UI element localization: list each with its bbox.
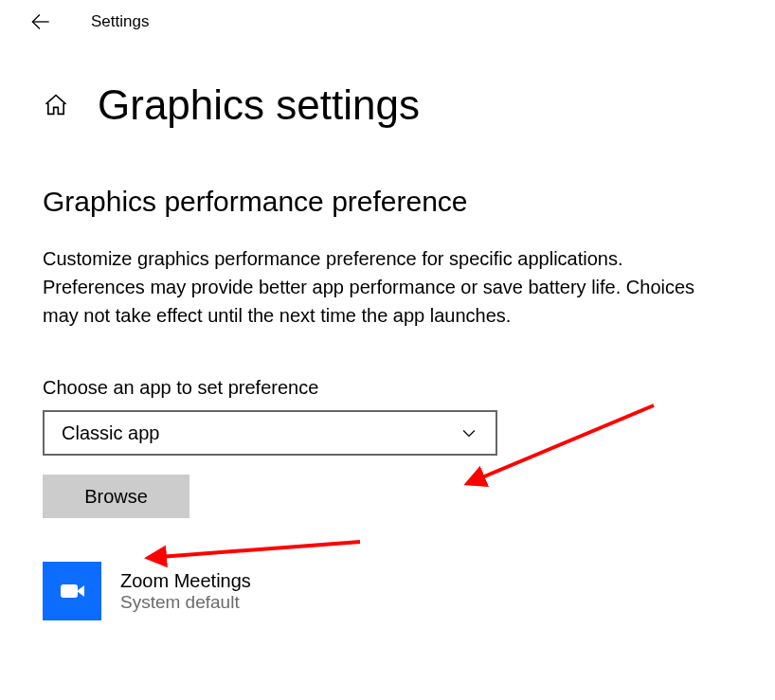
page-header: Graphics settings [0, 44, 775, 129]
app-item-zoom[interactable]: Zoom Meetings System default [43, 562, 732, 620]
app-status: System default [120, 592, 251, 613]
browse-button[interactable]: Browse [43, 475, 189, 518]
section-title: Graphics performance preference [43, 186, 732, 218]
top-bar: Settings [0, 0, 775, 44]
app-list: Zoom Meetings System default [43, 562, 732, 620]
chevron-down-icon [460, 423, 478, 442]
section-description: Customize graphics performance preferenc… [43, 244, 725, 330]
page-title: Graphics settings [98, 81, 420, 129]
back-button[interactable] [28, 9, 53, 34]
main-content: Graphics performance preference Customiz… [0, 129, 775, 620]
back-arrow-icon [28, 9, 53, 34]
app-type-dropdown[interactable]: Classic app [43, 410, 497, 456]
topbar-title: Settings [91, 12, 149, 31]
chooser-label: Choose an app to set preference [43, 377, 732, 399]
dropdown-selected-value: Classic app [62, 422, 159, 444]
app-info: Zoom Meetings System default [120, 570, 251, 613]
zoom-app-icon [43, 562, 101, 620]
home-icon[interactable] [43, 92, 69, 118]
app-name: Zoom Meetings [120, 570, 251, 592]
